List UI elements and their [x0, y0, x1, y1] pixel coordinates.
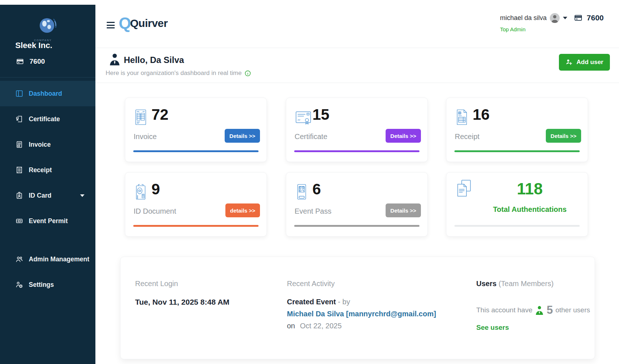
chevron-down-icon	[563, 17, 567, 19]
certificate-doc-icon	[295, 110, 312, 127]
recent-activity-title: Recent Activity	[287, 280, 335, 288]
user-block: michael da silva Top Admin	[500, 13, 567, 32]
person-icon	[109, 53, 121, 66]
card-icon	[573, 14, 583, 22]
sidebar-item-label: Event Permit	[29, 217, 68, 225]
users-title-strong: Users	[476, 280, 497, 288]
activity-date: Oct 22, 2025	[300, 322, 342, 330]
user-name: michael da silva	[500, 14, 547, 22]
stat-card-certificate: 15 Certificate Details >>	[286, 98, 428, 162]
app-logo-q-mark: Q	[119, 16, 131, 31]
stat-card-total-authentications: 118 Total Authentications	[446, 172, 588, 237]
certificate-details-button[interactable]: Details >>	[386, 129, 421, 143]
top-bar: Q Quirver michael da silva Top Admin	[95, 0, 619, 48]
sidebar-item-label: Admin Management	[29, 256, 89, 263]
id-document-count: 9	[151, 181, 160, 198]
user-menu[interactable]: michael da silva	[500, 13, 567, 23]
sidebar-item-label: Settings	[29, 281, 54, 289]
greeting-bar: Hello, Da Silva Here is your organizatio…	[95, 48, 619, 83]
greeting-name: Da Silva	[150, 55, 184, 65]
invoice-details-button[interactable]: Details >>	[225, 129, 260, 143]
user-role-badge: Top Admin	[500, 26, 567, 32]
sidebar-item-admin-management[interactable]: Admin Management	[0, 246, 95, 272]
total-authentications-bar	[454, 225, 580, 227]
activity-actor: Michael Da Silva	[287, 310, 344, 318]
activity-actor-line: Michael Da Silva [mannyrchrd@gmail.com]	[287, 310, 436, 318]
add-user-icon	[565, 59, 573, 66]
avatar-person-icon	[550, 13, 560, 23]
nav-spacer	[0, 234, 95, 246]
id-document-accent-bar	[133, 225, 259, 227]
company-logo: COMPANY	[31, 16, 64, 41]
activity-by: - by	[338, 298, 350, 306]
invoice-label: Invoice	[134, 132, 157, 141]
sidebar-item-settings[interactable]: Settings	[0, 272, 95, 297]
header-org-code: 7600	[573, 13, 604, 22]
sidebar-item-label: Receipt	[29, 166, 52, 174]
see-users-link[interactable]: See users	[476, 324, 509, 332]
sidebar-item-certificate[interactable]: Certificate	[0, 106, 95, 132]
sidebar-item-receipt[interactable]: Receipt	[0, 157, 95, 183]
receipt-count: 16	[473, 106, 490, 123]
stat-card-id-document: 9 ID Document details >>	[125, 172, 267, 237]
info-icon[interactable]	[245, 70, 251, 76]
id-document-label: ID Document	[134, 207, 176, 215]
admin-management-icon	[15, 255, 23, 263]
add-user-label: Add user	[576, 59, 603, 66]
sidebar-item-event-permit[interactable]: Event Permit	[0, 208, 95, 234]
greeting-hello: Hello,	[124, 55, 147, 65]
sidebar-item-label: Dashboard	[29, 90, 62, 98]
stat-card-event-pass: 6 Event Pass Details >>	[286, 172, 428, 237]
app-logo[interactable]: Q Quirver	[119, 16, 167, 31]
greeting-subtitle: Here is your organization's dashboard in…	[106, 70, 251, 77]
id-card-icon	[15, 191, 23, 199]
invoice-icon	[15, 141, 23, 149]
company-name: Sleek Inc.	[15, 41, 52, 50]
sidebar-nav: Dashboard Certificate Invoice Receipt	[0, 81, 95, 297]
sidebar-item-invoice[interactable]: Invoice	[0, 132, 95, 157]
activity-event-line: Created Event - by	[287, 298, 350, 306]
certificate-label: Certificate	[295, 132, 327, 141]
users-count-line: This account have 5 other users	[476, 304, 590, 317]
event-pass-icon	[295, 183, 308, 202]
activity-date-line: on Oct 22, 2025	[287, 322, 342, 330]
app-logo-text: Quirver	[130, 17, 167, 29]
hamburger-menu-icon[interactable]	[107, 22, 115, 30]
certificate-count: 15	[312, 106, 330, 123]
id-document-details-button[interactable]: details >>	[225, 203, 260, 217]
activity-event: Created Event	[287, 298, 336, 306]
certificate-icon	[15, 115, 23, 123]
users-title-sub: (Team Members)	[498, 280, 553, 288]
users-title: Users (Team Members)	[476, 280, 553, 288]
recent-login-title: Recent Login	[135, 280, 178, 288]
avatar	[550, 13, 560, 23]
event-pass-accent-bar	[294, 225, 419, 227]
users-count-prefix: This account have	[476, 306, 532, 314]
chevron-down-icon[interactable]	[80, 194, 84, 197]
card-icon	[15, 58, 25, 65]
sidebar-org-code: 7600	[15, 58, 45, 66]
invoice-count: 72	[151, 106, 169, 123]
user-green-icon	[535, 305, 544, 315]
sidebar-item-id-card[interactable]: ID Card	[0, 183, 95, 208]
stat-card-receipt: 16 Receipt Details >>	[446, 98, 588, 162]
settings-icon	[15, 281, 23, 289]
sidebar-divider	[0, 77, 95, 78]
receipt-label: Receipt	[455, 132, 480, 141]
receipt-details-button[interactable]: Details >>	[546, 129, 581, 143]
sidebar: COMPANY Sleek Inc. 7600 Dashboard	[0, 5, 95, 364]
certificate-accent-bar	[294, 150, 419, 152]
invoice-doc-icon	[134, 108, 147, 128]
invoice-accent-bar	[133, 150, 259, 152]
globe-logo-icon	[37, 16, 58, 37]
users-count-suffix: other users	[555, 306, 590, 314]
header-org-code-value: 7600	[587, 13, 604, 22]
event-pass-count: 6	[312, 181, 321, 198]
event-pass-details-button[interactable]: Details >>	[386, 203, 421, 217]
sidebar-item-label: Invoice	[29, 141, 51, 149]
event-permit-icon	[15, 217, 23, 225]
sidebar-item-dashboard[interactable]: Dashboard	[0, 81, 95, 106]
receipt-accent-bar	[454, 150, 580, 152]
page-title: Hello, Da Silva	[124, 55, 184, 65]
add-user-button[interactable]: Add user	[559, 54, 610, 71]
